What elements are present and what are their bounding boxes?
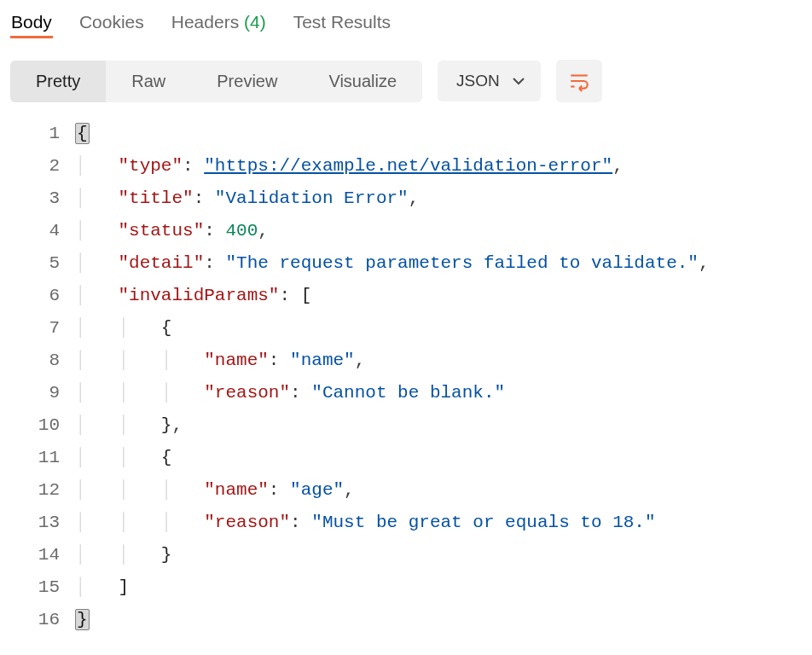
line-number: 2	[10, 150, 75, 183]
response-section-tabs: Body Cookies Headers (4) Test Results	[10, 10, 802, 44]
body-format-select[interactable]: JSON	[438, 61, 541, 101]
wrap-line-icon	[568, 70, 590, 92]
code-line: 5 │ "detail": "The request parameters fa…	[10, 247, 802, 280]
code-line: 9 │ │ │ "reason": "Cannot be blank."	[10, 377, 802, 409]
line-number: 1	[10, 118, 75, 150]
view-tab-visualize[interactable]: Visualize	[303, 61, 422, 102]
code-line: 13 │ │ │ "reason": "Must be great or equ…	[10, 507, 802, 539]
body-format-value: JSON	[456, 72, 500, 90]
line-number: 13	[10, 507, 75, 539]
tab-cookies[interactable]: Cookies	[78, 10, 145, 38]
line-number: 5	[10, 247, 75, 280]
code-line: 6 │ "invalidParams": [	[10, 280, 802, 312]
body-view-tabs: Pretty Raw Preview Visualize	[10, 61, 422, 102]
code-line: 2 │ "type": "https://example.net/validat…	[10, 150, 802, 183]
view-tab-preview[interactable]: Preview	[191, 61, 303, 102]
line-number: 6	[10, 280, 75, 312]
code-line: 1 {	[10, 118, 802, 150]
line-number: 12	[10, 474, 75, 507]
tab-body[interactable]: Body	[10, 10, 53, 38]
line-number: 11	[10, 442, 75, 474]
headers-count-badge: (4)	[244, 12, 266, 32]
response-controls: Pretty Raw Preview Visualize JSON	[10, 60, 802, 102]
line-number: 15	[10, 571, 75, 604]
code-line: 14 │ │ }	[10, 539, 802, 571]
tab-headers[interactable]: Headers (4)	[171, 10, 267, 38]
code-line: 16 }	[10, 604, 802, 636]
line-number: 9	[10, 377, 75, 409]
code-line: 8 │ │ │ "name": "name",	[10, 345, 802, 377]
line-number: 14	[10, 539, 75, 571]
line-number: 7	[10, 312, 75, 345]
code-line: 11 │ │ {	[10, 442, 802, 474]
wrap-line-button[interactable]	[556, 60, 602, 102]
tab-headers-label: Headers	[171, 12, 239, 32]
view-tab-raw[interactable]: Raw	[106, 61, 191, 102]
response-body-viewer[interactable]: 1 { 2 │ "type": "https://example.net/val…	[10, 118, 802, 636]
code-line: 12 │ │ │ "name": "age",	[10, 474, 802, 507]
code-line: 4 │ "status": 400,	[10, 215, 802, 247]
line-number: 4	[10, 215, 75, 247]
line-number: 16	[10, 604, 75, 636]
line-number: 8	[10, 345, 75, 377]
line-number: 3	[10, 183, 75, 215]
code-line: 3 │ "title": "Validation Error",	[10, 183, 802, 215]
code-line: 15 │ ]	[10, 571, 802, 604]
code-line: 10 │ │ },	[10, 409, 802, 442]
line-number: 10	[10, 409, 75, 442]
chevron-down-icon	[512, 74, 525, 88]
view-tab-pretty[interactable]: Pretty	[10, 61, 106, 102]
brace-open-icon: {	[75, 123, 90, 144]
brace-close-icon: }	[75, 609, 90, 630]
tab-test-results[interactable]: Test Results	[293, 10, 392, 38]
code-line: 7 │ │ {	[10, 312, 802, 345]
